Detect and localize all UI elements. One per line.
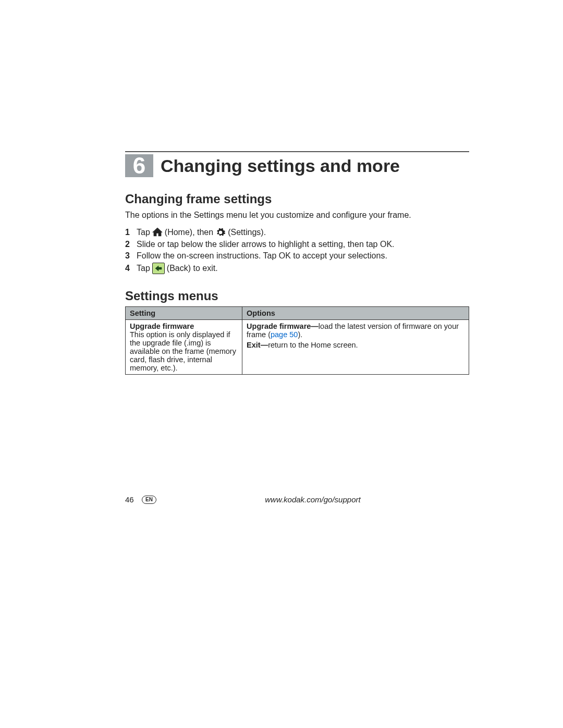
page-footer: 46 EN www.kodak.com/go/support xyxy=(125,495,469,504)
option-label: Upgrade firmware— xyxy=(247,322,319,330)
step-text: Tap xyxy=(137,228,150,237)
step-2: 2 Slide or tap below the slider arrows t… xyxy=(125,240,469,249)
step-text: (Settings). xyxy=(228,228,266,237)
chapter-title: Changing settings and more xyxy=(153,154,400,177)
chapter-header: 6 Changing settings and more xyxy=(125,154,469,177)
back-icon xyxy=(152,263,165,274)
step-text: Slide or tap below the slider arrows to … xyxy=(137,240,395,249)
step-text: (Back) to exit. xyxy=(167,264,218,273)
step-1: 1 Tap (Home), then (Settings). xyxy=(125,227,469,238)
option-text: return to the Home screen. xyxy=(268,341,358,349)
step-3: 3 Follow the on-screen instructions. Tap… xyxy=(125,251,469,261)
step-4: 4 Tap (Back) to exit. xyxy=(125,263,469,274)
page-link[interactable]: page 50 xyxy=(271,330,298,339)
support-url[interactable]: www.kodak.com/go/support xyxy=(156,495,469,504)
section-heading-frame-settings: Changing frame settings xyxy=(125,192,469,206)
col-header-options: Options xyxy=(242,307,469,320)
gear-icon xyxy=(215,227,226,238)
chapter-number: 6 xyxy=(125,154,153,177)
steps-list: 1 Tap (Home), then (Settings). 2 Slide o… xyxy=(125,227,469,274)
page-number: 46 xyxy=(125,495,139,504)
table-header-row: Setting Options xyxy=(126,307,469,320)
home-icon xyxy=(152,228,163,237)
section-heading-settings-menus: Settings menus xyxy=(125,289,469,303)
col-header-setting: Setting xyxy=(126,307,242,320)
step-text: (Home), then xyxy=(165,228,213,237)
settings-table: Setting Options Upgrade firmware This op… xyxy=(125,306,469,375)
section-intro: The options in the Settings menu let you… xyxy=(125,211,469,220)
option-label: Exit— xyxy=(247,341,268,349)
setting-title: Upgrade firmware xyxy=(130,322,194,330)
step-text: Follow the on-screen instructions. Tap O… xyxy=(137,251,387,261)
step-text: Tap xyxy=(137,264,150,273)
language-badge: EN xyxy=(142,496,156,504)
setting-desc: This option is only displayed if the upg… xyxy=(130,330,238,372)
table-row: Upgrade firmware This option is only dis… xyxy=(126,320,469,375)
option-text: ). xyxy=(298,330,302,339)
